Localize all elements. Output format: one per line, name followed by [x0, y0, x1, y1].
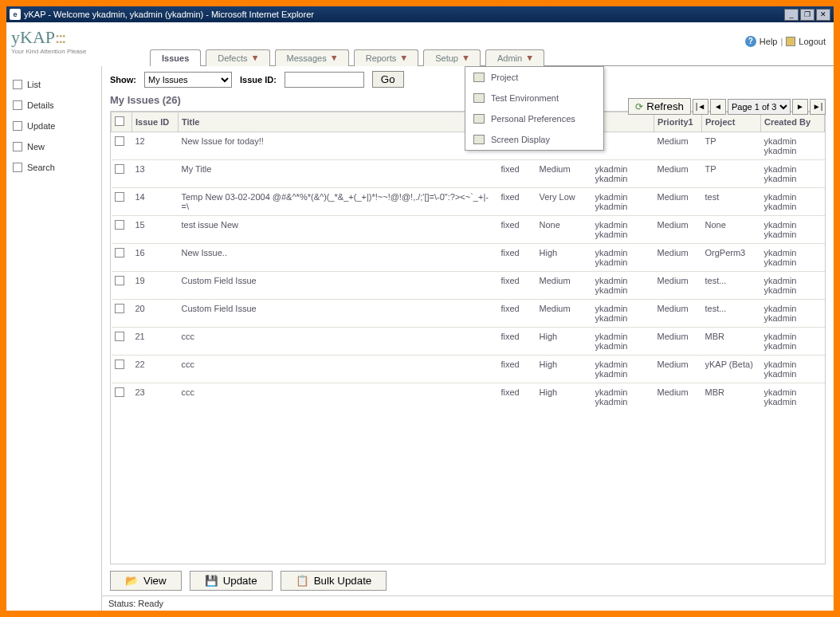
page-icon: [13, 163, 22, 172]
minimize-button[interactable]: _: [784, 9, 799, 21]
table-row[interactable]: 20Custom Field IssuefixedMediumykadmin y…: [112, 300, 825, 328]
cell: 16: [132, 244, 179, 272]
cell: ykadmin ykadmin: [761, 356, 825, 383]
cell: fixed: [498, 356, 536, 383]
sidebar-item-search[interactable]: Search: [6, 157, 101, 178]
row-checkbox[interactable]: [115, 387, 124, 397]
view-button[interactable]: 📂View: [110, 571, 182, 591]
table-row[interactable]: 15test issue NewfixedNoneykadmin ykadmin…: [112, 216, 825, 244]
cell: Medium: [654, 132, 702, 160]
cell: ykadmin ykadmin: [592, 188, 654, 216]
page-next-button[interactable]: ►: [792, 99, 808, 115]
cell: ccc: [179, 328, 498, 356]
column-header[interactable]: Priority1: [654, 112, 702, 132]
cell: Medium: [654, 272, 702, 300]
sidebar-item-new[interactable]: New: [6, 136, 101, 157]
menu-item-screen-display[interactable]: Screen Display: [465, 129, 603, 150]
row-checkbox[interactable]: [115, 136, 124, 146]
cell: ykadmin ykadmin: [761, 300, 825, 328]
help-link[interactable]: Help: [760, 37, 778, 46]
cell: Medium: [654, 160, 702, 188]
restore-button[interactable]: ❐: [800, 9, 814, 21]
row-checkbox[interactable]: [115, 332, 124, 341]
menu-icon: [473, 93, 485, 103]
show-label: Show:: [110, 75, 136, 84]
select-all-checkbox[interactable]: [115, 116, 124, 126]
cell: ykadmin ykadmin: [592, 244, 654, 272]
menu-item-personal-preferences[interactable]: Personal Preferences: [465, 108, 603, 129]
column-header[interactable]: [112, 112, 132, 132]
row-checkbox[interactable]: [115, 220, 124, 230]
column-header[interactable]: Created By: [761, 112, 825, 132]
sidebar-item-details[interactable]: Details: [6, 95, 101, 116]
tab-issues[interactable]: Issues: [150, 49, 201, 66]
cell: None: [702, 216, 761, 244]
column-header[interactable]: Project: [702, 112, 761, 132]
issue-id-label: Issue ID:: [240, 75, 277, 84]
logo-tagline: Your Kind Attention Please: [11, 48, 86, 55]
window-title: yKAP - Welcome ykadmin, ykadmin (ykadmin…: [24, 10, 314, 19]
issues-table: Issue IDTitleStaPriority1ProjectCreated …: [111, 112, 825, 411]
issue-id-input[interactable]: [285, 72, 364, 88]
logout-link[interactable]: Logout: [799, 37, 826, 46]
cell: ykadmin ykadmin: [761, 383, 825, 411]
page-last-button[interactable]: ►|: [810, 99, 826, 115]
cell: None: [536, 216, 592, 244]
cell: New Issue for today!!: [179, 132, 498, 160]
table-row[interactable]: 14Temp New 03-02-2004 @#&^*%*(&^)(_*&_+(…: [112, 188, 825, 216]
cell: test issue New: [179, 216, 498, 244]
help-icon: ?: [745, 36, 756, 47]
row-checkbox[interactable]: [115, 248, 124, 257]
cell: 19: [132, 272, 179, 300]
show-select[interactable]: My Issues: [144, 72, 232, 88]
table-row[interactable]: 23cccfixedHighykadmin ykadminMediumMBRyk…: [112, 383, 825, 411]
sidebar-item-list[interactable]: List: [6, 74, 101, 95]
sidebar-item-update[interactable]: Update: [6, 116, 101, 136]
table-row[interactable]: 22cccfixedHighykadmin ykadminMediumyKAP …: [112, 356, 825, 383]
cell: 20: [132, 300, 179, 328]
tab-setup[interactable]: Setup: [423, 49, 481, 66]
row-checkbox[interactable]: [115, 164, 124, 174]
row-checkbox[interactable]: [115, 304, 124, 313]
cell: ykadmin ykadmin: [761, 132, 825, 160]
tab-defects[interactable]: Defects: [206, 49, 269, 66]
main-tabs: IssuesDefectsMessagesReportsSetupAdmin: [150, 49, 834, 66]
tab-messages[interactable]: Messages: [275, 49, 349, 66]
close-button[interactable]: ✕: [816, 9, 830, 21]
cell: ykadmin ykadmin: [592, 160, 654, 188]
table-row[interactable]: 13My TitlefixedMediumykadmin ykadminMedi…: [112, 160, 825, 188]
update-button[interactable]: 💾Update: [190, 571, 273, 591]
column-header[interactable]: Title: [179, 112, 498, 132]
cell: MBR: [702, 328, 761, 356]
cell: Medium: [654, 356, 702, 383]
page-select[interactable]: Page 1 of 3: [728, 99, 791, 115]
table-row[interactable]: 21cccfixedHighykadmin ykadminMediumMBRyk…: [112, 328, 825, 356]
tab-reports[interactable]: Reports: [354, 49, 419, 66]
cell: test: [702, 188, 761, 216]
bulk-update-button[interactable]: 📋Bulk Update: [281, 571, 387, 591]
page-first-button[interactable]: |◄: [693, 99, 709, 115]
row-checkbox[interactable]: [115, 360, 124, 369]
column-header[interactable]: Issue ID: [132, 112, 179, 132]
menu-item-project[interactable]: Project: [465, 67, 603, 88]
cell: 12: [132, 132, 179, 160]
bulk-icon: 📋: [296, 575, 309, 587]
cell: Medium: [536, 300, 592, 328]
cell: High: [536, 356, 592, 383]
cell: Custom Field Issue: [179, 272, 498, 300]
row-checkbox[interactable]: [115, 192, 124, 202]
row-checkbox[interactable]: [115, 276, 124, 285]
menu-item-test-environment[interactable]: Test Environment: [465, 88, 603, 108]
cell: test...: [702, 300, 761, 328]
cell: ykadmin ykadmin: [592, 328, 654, 356]
page-prev-button[interactable]: ◄: [710, 99, 726, 115]
cell: High: [536, 244, 592, 272]
table-row[interactable]: 19Custom Field IssuefixedMediumykadmin y…: [112, 272, 825, 300]
cell: High: [536, 383, 592, 411]
cell: ykadmin ykadmin: [761, 272, 825, 300]
tab-admin[interactable]: Admin: [485, 49, 544, 66]
go-button[interactable]: Go: [372, 71, 404, 88]
table-row[interactable]: 16New Issue..fixedHighykadmin ykadminMed…: [112, 244, 825, 272]
cell: ccc: [179, 356, 498, 383]
refresh-button[interactable]: ⟳Refresh: [628, 98, 691, 115]
